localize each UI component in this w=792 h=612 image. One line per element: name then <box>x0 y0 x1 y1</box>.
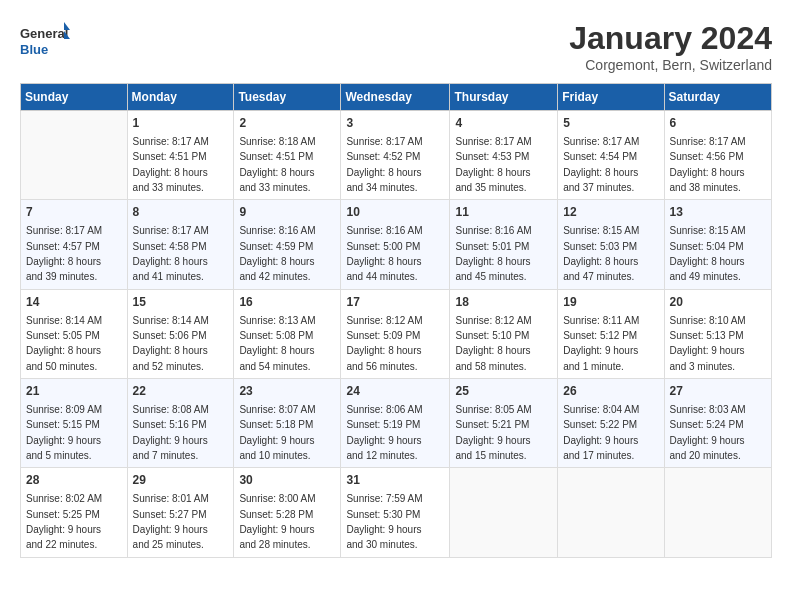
week-row-3: 14Sunrise: 8:14 AM Sunset: 5:05 PM Dayli… <box>21 289 772 378</box>
day-info: Sunrise: 8:12 AM Sunset: 5:09 PM Dayligh… <box>346 315 422 372</box>
calendar-table: SundayMondayTuesdayWednesdayThursdayFrid… <box>20 83 772 558</box>
day-cell: 17Sunrise: 8:12 AM Sunset: 5:09 PM Dayli… <box>341 289 450 378</box>
day-info: Sunrise: 8:18 AM Sunset: 4:51 PM Dayligh… <box>239 136 315 193</box>
day-number: 27 <box>670 383 766 400</box>
day-info: Sunrise: 8:16 AM Sunset: 5:01 PM Dayligh… <box>455 225 531 282</box>
day-info: Sunrise: 8:12 AM Sunset: 5:10 PM Dayligh… <box>455 315 531 372</box>
day-number: 8 <box>133 204 229 221</box>
day-info: Sunrise: 8:09 AM Sunset: 5:15 PM Dayligh… <box>26 404 102 461</box>
day-info: Sunrise: 8:10 AM Sunset: 5:13 PM Dayligh… <box>670 315 746 372</box>
location-subtitle: Corgemont, Bern, Switzerland <box>569 57 772 73</box>
day-info: Sunrise: 8:11 AM Sunset: 5:12 PM Dayligh… <box>563 315 639 372</box>
day-number: 22 <box>133 383 229 400</box>
day-cell: 11Sunrise: 8:16 AM Sunset: 5:01 PM Dayli… <box>450 200 558 289</box>
logo-svg: General Blue <box>20 20 70 64</box>
day-cell <box>450 468 558 557</box>
day-cell: 31Sunrise: 7:59 AM Sunset: 5:30 PM Dayli… <box>341 468 450 557</box>
day-info: Sunrise: 8:13 AM Sunset: 5:08 PM Dayligh… <box>239 315 315 372</box>
day-cell: 27Sunrise: 8:03 AM Sunset: 5:24 PM Dayli… <box>664 379 771 468</box>
day-cell: 14Sunrise: 8:14 AM Sunset: 5:05 PM Dayli… <box>21 289 128 378</box>
day-cell: 30Sunrise: 8:00 AM Sunset: 5:28 PM Dayli… <box>234 468 341 557</box>
day-number: 13 <box>670 204 766 221</box>
week-row-1: 1Sunrise: 8:17 AM Sunset: 4:51 PM Daylig… <box>21 111 772 200</box>
header-saturday: Saturday <box>664 84 771 111</box>
header-row: SundayMondayTuesdayWednesdayThursdayFrid… <box>21 84 772 111</box>
day-cell: 15Sunrise: 8:14 AM Sunset: 5:06 PM Dayli… <box>127 289 234 378</box>
day-cell: 25Sunrise: 8:05 AM Sunset: 5:21 PM Dayli… <box>450 379 558 468</box>
day-cell: 29Sunrise: 8:01 AM Sunset: 5:27 PM Dayli… <box>127 468 234 557</box>
day-number: 28 <box>26 472 122 489</box>
day-cell: 2Sunrise: 8:18 AM Sunset: 4:51 PM Daylig… <box>234 111 341 200</box>
header-wednesday: Wednesday <box>341 84 450 111</box>
header-tuesday: Tuesday <box>234 84 341 111</box>
header-sunday: Sunday <box>21 84 128 111</box>
day-info: Sunrise: 8:17 AM Sunset: 4:53 PM Dayligh… <box>455 136 531 193</box>
day-cell: 12Sunrise: 8:15 AM Sunset: 5:03 PM Dayli… <box>558 200 664 289</box>
day-number: 23 <box>239 383 335 400</box>
day-cell: 26Sunrise: 8:04 AM Sunset: 5:22 PM Dayli… <box>558 379 664 468</box>
day-number: 29 <box>133 472 229 489</box>
day-number: 6 <box>670 115 766 132</box>
day-cell: 23Sunrise: 8:07 AM Sunset: 5:18 PM Dayli… <box>234 379 341 468</box>
day-cell: 20Sunrise: 8:10 AM Sunset: 5:13 PM Dayli… <box>664 289 771 378</box>
day-number: 26 <box>563 383 658 400</box>
svg-text:Blue: Blue <box>20 42 48 57</box>
day-cell: 6Sunrise: 8:17 AM Sunset: 4:56 PM Daylig… <box>664 111 771 200</box>
day-cell: 24Sunrise: 8:06 AM Sunset: 5:19 PM Dayli… <box>341 379 450 468</box>
day-info: Sunrise: 8:04 AM Sunset: 5:22 PM Dayligh… <box>563 404 639 461</box>
day-number: 17 <box>346 294 444 311</box>
day-info: Sunrise: 8:14 AM Sunset: 5:05 PM Dayligh… <box>26 315 102 372</box>
day-number: 14 <box>26 294 122 311</box>
day-cell: 10Sunrise: 8:16 AM Sunset: 5:00 PM Dayli… <box>341 200 450 289</box>
day-info: Sunrise: 8:16 AM Sunset: 5:00 PM Dayligh… <box>346 225 422 282</box>
day-number: 21 <box>26 383 122 400</box>
month-title: January 2024 <box>569 20 772 57</box>
day-cell: 7Sunrise: 8:17 AM Sunset: 4:57 PM Daylig… <box>21 200 128 289</box>
day-info: Sunrise: 8:15 AM Sunset: 5:03 PM Dayligh… <box>563 225 639 282</box>
day-info: Sunrise: 8:03 AM Sunset: 5:24 PM Dayligh… <box>670 404 746 461</box>
day-info: Sunrise: 8:07 AM Sunset: 5:18 PM Dayligh… <box>239 404 315 461</box>
day-info: Sunrise: 8:16 AM Sunset: 4:59 PM Dayligh… <box>239 225 315 282</box>
day-number: 4 <box>455 115 552 132</box>
day-number: 12 <box>563 204 658 221</box>
day-number: 31 <box>346 472 444 489</box>
day-number: 2 <box>239 115 335 132</box>
title-block: January 2024 Corgemont, Bern, Switzerlan… <box>569 20 772 73</box>
day-info: Sunrise: 8:06 AM Sunset: 5:19 PM Dayligh… <box>346 404 422 461</box>
day-number: 25 <box>455 383 552 400</box>
week-row-4: 21Sunrise: 8:09 AM Sunset: 5:15 PM Dayli… <box>21 379 772 468</box>
day-cell: 16Sunrise: 8:13 AM Sunset: 5:08 PM Dayli… <box>234 289 341 378</box>
day-number: 20 <box>670 294 766 311</box>
day-info: Sunrise: 7:59 AM Sunset: 5:30 PM Dayligh… <box>346 493 422 550</box>
day-info: Sunrise: 8:17 AM Sunset: 4:57 PM Dayligh… <box>26 225 102 282</box>
day-info: Sunrise: 8:01 AM Sunset: 5:27 PM Dayligh… <box>133 493 209 550</box>
day-info: Sunrise: 8:05 AM Sunset: 5:21 PM Dayligh… <box>455 404 531 461</box>
week-row-2: 7Sunrise: 8:17 AM Sunset: 4:57 PM Daylig… <box>21 200 772 289</box>
day-info: Sunrise: 8:17 AM Sunset: 4:54 PM Dayligh… <box>563 136 639 193</box>
day-number: 15 <box>133 294 229 311</box>
day-number: 19 <box>563 294 658 311</box>
day-number: 18 <box>455 294 552 311</box>
day-cell: 28Sunrise: 8:02 AM Sunset: 5:25 PM Dayli… <box>21 468 128 557</box>
day-number: 16 <box>239 294 335 311</box>
day-info: Sunrise: 8:02 AM Sunset: 5:25 PM Dayligh… <box>26 493 102 550</box>
header-friday: Friday <box>558 84 664 111</box>
svg-marker-2 <box>64 22 70 30</box>
day-info: Sunrise: 8:17 AM Sunset: 4:52 PM Dayligh… <box>346 136 422 193</box>
day-cell <box>664 468 771 557</box>
day-info: Sunrise: 8:17 AM Sunset: 4:51 PM Dayligh… <box>133 136 209 193</box>
day-number: 3 <box>346 115 444 132</box>
week-row-5: 28Sunrise: 8:02 AM Sunset: 5:25 PM Dayli… <box>21 468 772 557</box>
day-cell: 22Sunrise: 8:08 AM Sunset: 5:16 PM Dayli… <box>127 379 234 468</box>
day-info: Sunrise: 8:14 AM Sunset: 5:06 PM Dayligh… <box>133 315 209 372</box>
day-cell: 19Sunrise: 8:11 AM Sunset: 5:12 PM Dayli… <box>558 289 664 378</box>
day-info: Sunrise: 8:00 AM Sunset: 5:28 PM Dayligh… <box>239 493 315 550</box>
day-info: Sunrise: 8:08 AM Sunset: 5:16 PM Dayligh… <box>133 404 209 461</box>
day-number: 9 <box>239 204 335 221</box>
day-cell <box>21 111 128 200</box>
day-cell: 13Sunrise: 8:15 AM Sunset: 5:04 PM Dayli… <box>664 200 771 289</box>
day-number: 24 <box>346 383 444 400</box>
day-cell: 21Sunrise: 8:09 AM Sunset: 5:15 PM Dayli… <box>21 379 128 468</box>
day-cell: 9Sunrise: 8:16 AM Sunset: 4:59 PM Daylig… <box>234 200 341 289</box>
day-cell: 4Sunrise: 8:17 AM Sunset: 4:53 PM Daylig… <box>450 111 558 200</box>
